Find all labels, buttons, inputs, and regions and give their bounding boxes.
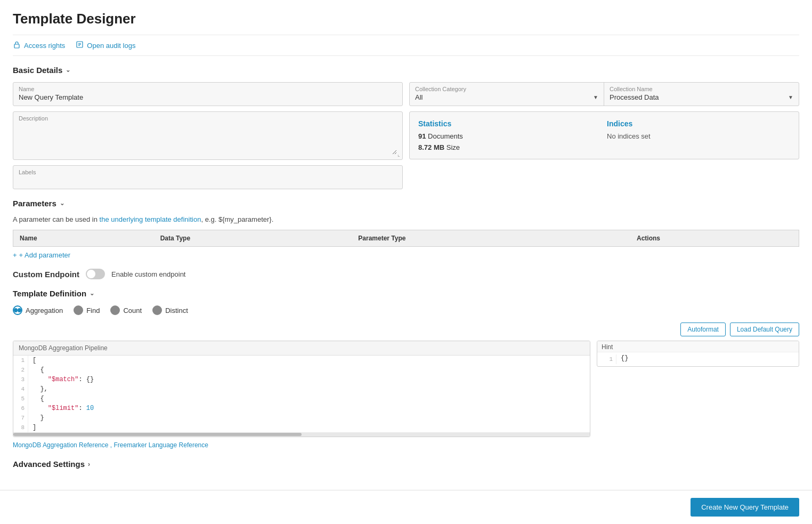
radio-aggregation-circle <box>13 305 22 315</box>
pipeline-buttons-row: Autoformat Load Default Query <box>13 323 799 336</box>
indices-title: Indices <box>607 119 790 128</box>
labels-label: Labels <box>19 169 397 175</box>
collection-category-arrow[interactable]: ▼ <box>593 94 598 100</box>
line-content-5: { <box>33 394 44 404</box>
basic-details-title: Basic Details <box>13 66 62 75</box>
radio-aggregation[interactable]: Aggregation <box>13 305 63 315</box>
basic-details-grid: Name Description ⌞ Labels Collection Cat… <box>13 82 799 189</box>
labels-field-group: Labels <box>13 165 403 189</box>
audit-icon <box>76 41 84 50</box>
collection-name-arrow[interactable]: ▼ <box>788 94 793 100</box>
radio-find[interactable]: Find <box>74 305 100 315</box>
template-definition-header[interactable]: Template Definition ⌄ <box>13 289 799 298</box>
radio-aggregation-label: Aggregation <box>26 307 63 315</box>
top-actions-bar: Access rights Open audit logs <box>13 35 799 56</box>
collection-name-field: Collection Name Processed Data ▼ <box>604 83 799 106</box>
radio-find-label: Find <box>86 307 100 315</box>
code-editor[interactable]: 1 [ 2 { 3 "$match": {} <box>13 356 590 432</box>
code-line-7: 7 } <box>13 413 590 423</box>
statistics-col: Statistics 91 Documents 8.72 MB Size <box>418 119 602 151</box>
radio-distinct[interactable]: Distinct <box>152 305 188 315</box>
line-content-4: }, <box>33 384 48 394</box>
line-content-7: } <box>33 413 44 423</box>
documents-count: 91 <box>418 132 426 140</box>
page-title: Template Designer <box>13 11 799 27</box>
access-rights-link[interactable]: Access rights <box>13 41 65 50</box>
line-content-6: "$limit": 10 <box>33 404 94 413</box>
add-param-label: + Add parameter <box>19 251 70 259</box>
right-details-col: Collection Category All ▼ Collection Nam… <box>409 82 799 189</box>
editor-scrollbar-thumb <box>13 433 302 436</box>
labels-input[interactable] <box>19 176 397 184</box>
autoformat-button[interactable]: Autoformat <box>680 323 726 336</box>
editor-scrollbar[interactable] <box>13 432 590 437</box>
template-type-radio-group: Aggregation Find Count Distinct <box>13 305 799 315</box>
collection-category-field: Collection Category All ▼ <box>410 83 604 106</box>
freemarker-ref-link[interactable]: Freemarker Language Reference <box>113 441 208 449</box>
documents-label: Documents <box>428 132 463 140</box>
add-parameter-button[interactable]: + + Add parameter <box>13 251 70 259</box>
name-input[interactable] <box>19 93 397 101</box>
lock-icon <box>13 41 21 50</box>
advanced-settings-section[interactable]: Advanced Settings › <box>13 459 799 469</box>
size-label: Size <box>446 143 460 151</box>
col-param-type: Parameter Type <box>352 230 630 247</box>
audit-logs-label: Open audit logs <box>87 42 135 50</box>
hint-editor: Hint 1 {} <box>597 341 799 367</box>
line-num-1: 1 <box>13 356 28 365</box>
radio-find-circle <box>74 305 83 315</box>
col-actions: Actions <box>630 230 799 247</box>
collection-name-label: Collection Name <box>610 86 793 92</box>
template-definition-link[interactable]: the underlying template definition <box>100 215 201 223</box>
add-param-plus: + <box>13 251 17 259</box>
resize-icon: ⌞ <box>397 151 400 157</box>
size-stat: 8.72 MB Size <box>418 143 602 151</box>
hint-code[interactable]: 1 {} <box>597 352 799 366</box>
col-name: Name <box>13 230 154 247</box>
line-content-2: { <box>33 365 44 375</box>
code-line-6: 6 "$limit": 10 <box>13 404 590 413</box>
hint-editor-wrap: Hint 1 {} <box>597 341 799 437</box>
parameters-header[interactable]: Parameters ⌄ <box>13 199 799 208</box>
radio-distinct-circle <box>152 305 162 315</box>
pipeline-editor-wrap: MongoDB Aggregation Pipeline 1 [ 2 { <box>13 341 590 437</box>
code-line-2: 2 { <box>13 365 590 375</box>
radio-count-circle <box>110 305 120 315</box>
col-data-type: Data Type <box>154 230 352 247</box>
advanced-settings-arrow: › <box>88 461 90 468</box>
stats-grid: Statistics 91 Documents 8.72 MB Size Ind… <box>418 119 790 151</box>
indices-col: Indices No indices set <box>607 119 790 151</box>
custom-endpoint-toggle[interactable] <box>86 269 105 279</box>
stats-box: Statistics 91 Documents 8.72 MB Size Ind… <box>409 111 799 159</box>
line-num-5: 5 <box>13 394 28 404</box>
create-button[interactable]: Create New Query Template <box>691 498 799 517</box>
collection-name-value: Processed Data <box>610 93 659 101</box>
radio-distinct-label: Distinct <box>165 307 188 315</box>
collection-category-value: All <box>415 93 423 101</box>
description-label: Description <box>19 115 397 122</box>
audit-logs-link[interactable]: Open audit logs <box>76 41 135 50</box>
load-default-button[interactable]: Load Default Query <box>730 323 799 336</box>
parameters-chevron: ⌄ <box>60 200 64 207</box>
params-table-header-row: Name Data Type Parameter Type Actions <box>13 230 799 247</box>
pipeline-header-label: MongoDB Aggregation Pipeline <box>19 344 108 352</box>
line-num-4: 4 <box>13 384 28 394</box>
basic-details-header[interactable]: Basic Details ⌄ <box>13 66 799 75</box>
advanced-settings-label: Advanced Settings <box>13 459 85 469</box>
pipeline-header: MongoDB Aggregation Pipeline <box>13 341 590 356</box>
mongo-ref-link[interactable]: MongoDB Aggregation Reference <box>13 441 108 449</box>
description-input[interactable] <box>19 123 397 155</box>
line-num-3: 3 <box>13 375 28 384</box>
collection-category-label: Collection Category <box>415 86 598 92</box>
code-line-4: 4 }, <box>13 384 590 394</box>
parameters-table: Name Data Type Parameter Type Actions <box>13 230 799 247</box>
code-line-8: 8 ] <box>13 423 590 432</box>
pipeline-editor: MongoDB Aggregation Pipeline 1 [ 2 { <box>13 341 590 437</box>
radio-count-label: Count <box>123 307 142 315</box>
left-details-col: Name Description ⌞ Labels <box>13 82 403 189</box>
hint-code-value: {} <box>621 354 628 364</box>
no-indices-label: No indices set <box>607 132 790 140</box>
radio-count[interactable]: Count <box>110 305 142 315</box>
enable-custom-endpoint-label: Enable custom endpoint <box>111 270 185 278</box>
name-label: Name <box>19 86 397 92</box>
